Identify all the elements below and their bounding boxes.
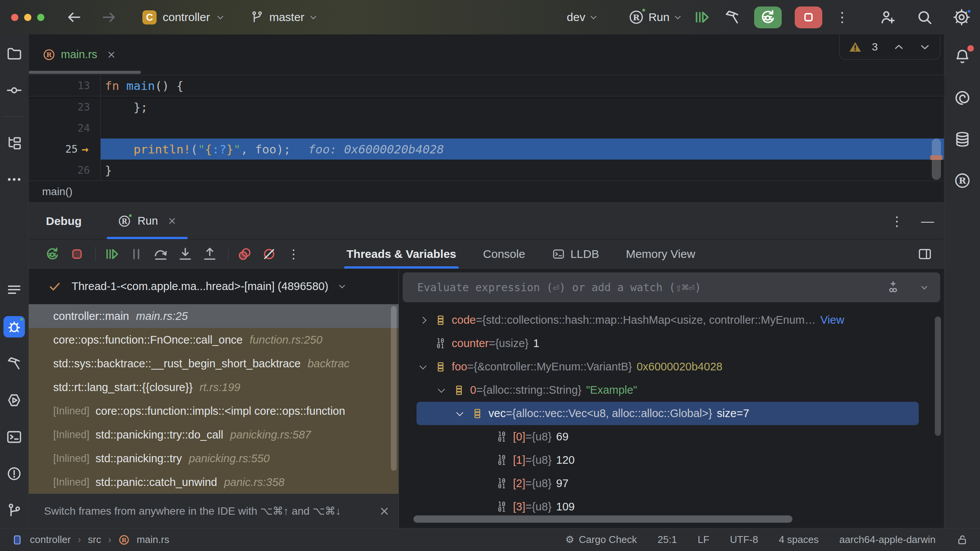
stop-icon[interactable]	[69, 246, 85, 262]
code-line-23[interactable]: 23 };	[29, 96, 944, 117]
sidebar-item-build[interactable]	[3, 353, 25, 374]
tree-chevron-down-icon[interactable]	[452, 402, 471, 425]
close-tab-icon[interactable]	[106, 50, 116, 60]
toolbar-more-kebab-icon[interactable]: ⋮	[285, 246, 302, 262]
frames-vertical-scrollbar[interactable]	[391, 306, 397, 471]
debug-tab-threads-variables[interactable]: Threads & Variables	[346, 240, 456, 268]
crumb-dir[interactable]: src	[88, 534, 101, 546]
unlocked-icon[interactable]	[956, 534, 969, 546]
debug-session-tab[interactable]: R Run	[107, 203, 187, 239]
close-hint-icon[interactable]	[379, 505, 390, 517]
stack-frame[interactable]: [Inlined]std::panicking::try::do_callpan…	[29, 423, 399, 447]
code-text[interactable]: println!("{:?}", foo);foo: 0x6000020b402…	[101, 139, 944, 160]
layout-settings-icon[interactable]	[917, 246, 933, 262]
evaluate-expression-input[interactable]	[403, 281, 885, 294]
editor-gutter[interactable]: 13	[29, 75, 101, 96]
forward-arrow-icon[interactable]	[101, 9, 117, 25]
pause-program-icon[interactable]	[128, 246, 145, 262]
debug-tab-console[interactable]: Console	[483, 240, 525, 268]
sticky-line[interactable]: 13fn main() {	[29, 75, 944, 96]
search-icon[interactable]	[916, 8, 933, 26]
sidebar-item-lines[interactable]	[3, 279, 25, 301]
code-text[interactable]: };	[101, 96, 944, 117]
tree-chevron-down-icon[interactable]	[416, 355, 434, 378]
variables-vertical-scrollbar[interactable]	[935, 316, 941, 436]
sidebar-item-commit[interactable]	[3, 80, 25, 101]
zoom-window-button[interactable]	[37, 14, 44, 21]
code-line-26[interactable]: 26}	[29, 160, 944, 181]
caret-position-widget[interactable]: 25:1	[658, 534, 677, 546]
variable-row[interactable]: 1001[0] = {u8}69	[399, 425, 944, 448]
editor-tab-main-rs[interactable]: R main.rs	[42, 48, 116, 61]
stack-frame[interactable]: controller::mainmain.rs:25	[29, 304, 399, 328]
tree-chevron-down-icon[interactable]	[434, 378, 452, 402]
database-icon[interactable]	[952, 129, 973, 150]
code-line-25[interactable]: 25→ println!("{:?}", foo);foo: 0x6000020…	[29, 139, 944, 160]
editor-breadcrumb[interactable]: main()	[29, 181, 944, 202]
variable-row[interactable]: 1001[2] = {u8}97	[399, 472, 944, 495]
stack-frame[interactable]: [Inlined]std::panicking::trypanicking.rs…	[29, 447, 399, 470]
minimize-window-button[interactable]	[24, 14, 31, 21]
variable-row[interactable]: vec = {alloc::vec::Vec<u8, alloc::alloc:…	[416, 402, 919, 425]
rerun-icon[interactable]	[44, 246, 61, 262]
stack-frame[interactable]: core::ops::function::FnOnce::call_oncefu…	[29, 328, 399, 352]
step-over-icon[interactable]	[152, 246, 169, 262]
code-text[interactable]	[101, 117, 944, 139]
code-text[interactable]: }	[101, 160, 944, 181]
sidebar-item-git[interactable]	[3, 500, 25, 521]
vcs-branch-widget[interactable]: master	[250, 10, 315, 24]
variable-row[interactable]: 1001counter = {usize}1	[399, 332, 944, 355]
view-link[interactable]: View	[820, 314, 844, 326]
crumb-project[interactable]: controller	[30, 534, 71, 546]
step-out-icon[interactable]	[201, 246, 218, 262]
previous-warning-chevron-icon[interactable]	[892, 41, 905, 54]
encoding-widget[interactable]: UTF-8	[730, 534, 758, 546]
mute-breakpoints-icon[interactable]	[261, 246, 278, 262]
variables-horizontal-scrollbar[interactable]	[413, 515, 792, 523]
ai-assistant-icon[interactable]	[952, 87, 973, 109]
step-into-icon[interactable]	[177, 246, 194, 262]
editor-gutter[interactable]: 24	[29, 117, 101, 139]
editor-error-stripe-mark[interactable]	[930, 155, 942, 160]
crumb-file[interactable]: main.rs	[137, 534, 169, 546]
sidebar-item-more[interactable]	[3, 169, 25, 190]
back-arrow-icon[interactable]	[66, 9, 82, 25]
close-session-icon[interactable]	[167, 216, 177, 226]
project-widget[interactable]: C controller	[142, 10, 222, 24]
code-text[interactable]: fn main() {	[101, 75, 944, 96]
variable-row[interactable]: foo = {&controller::MyEnum::VariantB}0x6…	[399, 355, 944, 378]
stack-frame[interactable]: std::rt::lang_start::{{closure}}rt.rs:19…	[29, 375, 399, 399]
next-warning-chevron-icon[interactable]	[918, 41, 931, 54]
sidebar-item-project[interactable]	[3, 43, 25, 64]
target-triple-widget[interactable]: aarch64-apple-darwin	[840, 534, 936, 546]
stack-frame[interactable]: [Inlined]core::ops::function::impls::<im…	[29, 399, 399, 423]
sidebar-item-problems[interactable]	[3, 463, 25, 484]
resume-program-icon[interactable]	[103, 246, 120, 262]
sidebar-item-terminal[interactable]	[3, 426, 25, 448]
editor-gutter[interactable]: 23	[29, 96, 101, 117]
hide-toolwindow-icon[interactable]: —	[921, 214, 934, 228]
build-hammer-icon[interactable]	[724, 8, 741, 26]
variable-row[interactable]: 1001[3] = {u8}109	[399, 495, 944, 518]
cargo-check-widget[interactable]: ⚙ Cargo Check	[565, 534, 637, 546]
run-config-selector[interactable]: R Run	[628, 9, 680, 26]
rust-toolwindow-icon[interactable]: R	[952, 170, 973, 191]
variable-row[interactable]: 1001[1] = {u8}120	[399, 448, 944, 472]
sidebar-item-services[interactable]	[3, 390, 25, 411]
add-user-icon[interactable]	[879, 8, 897, 26]
line-ending-widget[interactable]: LF	[697, 534, 709, 546]
debug-more-kebab-icon[interactable]: ⋮	[890, 214, 903, 229]
more-options-kebab-icon[interactable]: ⋮	[835, 9, 849, 25]
editor-gutter[interactable]: 26	[29, 160, 101, 181]
editor-gutter[interactable]: 25→	[29, 139, 101, 160]
notifications-bell-icon[interactable]	[952, 46, 973, 67]
rerun-debug-button[interactable]	[754, 7, 782, 28]
resume-paused-icon[interactable]	[693, 8, 710, 26]
view-breakpoints-icon[interactable]	[236, 246, 253, 262]
close-window-button[interactable]	[11, 14, 18, 21]
env-selector[interactable]: dev	[567, 11, 596, 24]
chevron-down-icon[interactable]	[921, 283, 928, 289]
tree-chevron-right-icon[interactable]	[416, 308, 434, 332]
sidebar-item-structure[interactable]	[3, 132, 25, 153]
stop-button[interactable]	[795, 7, 822, 28]
